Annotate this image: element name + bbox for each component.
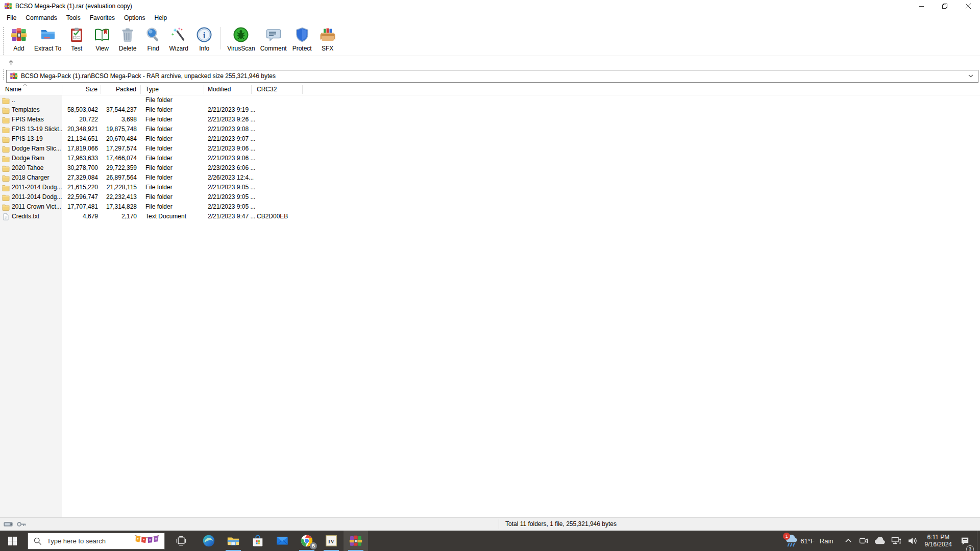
- toolbar-virusscan-button[interactable]: VirusScan: [225, 26, 257, 53]
- menu-commands[interactable]: Commands: [21, 13, 61, 23]
- toolbar-test-button[interactable]: Test: [64, 26, 89, 53]
- toolbar-delete-button[interactable]: Delete: [115, 26, 140, 53]
- taskbar-app-openiv[interactable]: IV: [319, 531, 344, 551]
- file-size-cell: 30,278,700: [62, 163, 101, 173]
- restore-button[interactable]: [933, 0, 957, 12]
- menu-tools[interactable]: Tools: [62, 13, 85, 23]
- ethernet-icon: [891, 537, 901, 545]
- toolbar-find-button[interactable]: Find: [140, 26, 166, 53]
- up-one-level-button[interactable]: [5, 57, 17, 67]
- weather-widget[interactable]: 1 61°F Rain: [781, 531, 840, 551]
- column-header-modified[interactable]: Modified: [204, 85, 252, 94]
- volume-button[interactable]: [904, 531, 921, 551]
- key-icon[interactable]: [16, 521, 27, 528]
- file-modified-cell: 2/21/2023 9:26 ...: [204, 115, 252, 124]
- file-row[interactable]: FPIS 13-19 Slickt...20,348,92119,875,748…: [0, 124, 980, 134]
- edge-icon: [202, 534, 215, 547]
- action-center-button[interactable]: 3: [956, 531, 977, 551]
- toolbar-protect-button[interactable]: Protect: [289, 26, 315, 53]
- festive-flags-icon[interactable]: [133, 534, 161, 547]
- toolbar-button-label: Delete: [119, 45, 137, 52]
- taskbar: Type here to search BIV 1 61°F Rain 6:11…: [0, 531, 980, 551]
- file-row[interactable]: Templates58,503,04237,544,237File folder…: [0, 105, 980, 115]
- address-path: BCSO Mega-Pack (1).rar\BCSO Mega-Pack - …: [21, 72, 966, 80]
- magic-wand-icon: [170, 27, 187, 43]
- file-list: NameSizePackedTypeModifiedCRC32 ..File f…: [0, 84, 980, 517]
- toolbar-view-button[interactable]: View: [89, 26, 115, 53]
- minimize-button[interactable]: [910, 0, 933, 12]
- file-packed-cell: 2,170: [101, 212, 141, 221]
- addressbar-gripper[interactable]: [3, 69, 4, 80]
- taskbar-app-mail[interactable]: [270, 531, 295, 551]
- text-file-icon: [2, 213, 10, 220]
- file-type-cell: File folder: [141, 115, 204, 124]
- toolbar-extract-to-button[interactable]: Extract To: [32, 26, 64, 53]
- menu-favorites[interactable]: Favorites: [85, 13, 119, 23]
- address-bar[interactable]: BCSO Mega-Pack (1).rar\BCSO Mega-Pack - …: [6, 70, 978, 83]
- file-modified-cell: 2/21/2023 9:08 ...: [204, 124, 252, 134]
- file-name: FPIS 13-19: [12, 134, 43, 144]
- toolbar-gripper[interactable]: [3, 27, 4, 55]
- toolbar-info-button[interactable]: iInfo: [191, 26, 217, 53]
- column-header-crc32[interactable]: CRC32: [252, 85, 303, 94]
- file-row[interactable]: 2011 Crown Vict...17,707,48117,314,828Fi…: [0, 202, 980, 212]
- network-button[interactable]: [888, 531, 904, 551]
- taskbar-app-chrome[interactable]: B: [295, 531, 319, 551]
- taskbar-app-winrar[interactable]: [344, 531, 368, 551]
- test-clipboard-icon: [68, 27, 85, 43]
- onedrive-button[interactable]: [871, 531, 888, 551]
- file-crc-cell: CB2D00EB: [252, 212, 303, 221]
- file-row[interactable]: FPIS 13-1921,134,65120,670,484File folde…: [0, 134, 980, 144]
- menu-options[interactable]: Options: [119, 13, 150, 23]
- toolbar-button-label: Info: [199, 45, 209, 52]
- notification-icon: [960, 536, 970, 546]
- file-row[interactable]: 2011-2014 Dodg...21,615,22021,228,115Fil…: [0, 183, 980, 192]
- taskbar-app-file-explorer[interactable]: [221, 531, 246, 551]
- file-packed-cell: 20,670,484: [101, 134, 141, 144]
- taskbar-app-ms-store[interactable]: [246, 531, 270, 551]
- winrar-icon: [349, 534, 362, 547]
- file-modified-cell: 2/21/2023 9:05 ...: [204, 192, 252, 202]
- file-row[interactable]: 2011-2014 Dodg...22,596,74722,232,413Fil…: [0, 192, 980, 202]
- folder-icon: [2, 165, 10, 172]
- column-header-packed[interactable]: Packed: [101, 85, 141, 94]
- file-row[interactable]: Dodge Ram17,963,63317,466,074File folder…: [0, 154, 980, 163]
- column-header-type[interactable]: Type: [141, 85, 204, 94]
- tray-overflow-button[interactable]: [841, 531, 856, 551]
- drive-icon[interactable]: [3, 521, 13, 528]
- file-row[interactable]: FPIS Metas20,7223,698File folder2/21/202…: [0, 115, 980, 124]
- close-button[interactable]: [957, 0, 980, 12]
- taskbar-app-edge[interactable]: [197, 531, 221, 551]
- file-row[interactable]: 2020 Tahoe30,278,70029,722,359File folde…: [0, 163, 980, 173]
- taskbar-search-input[interactable]: Type here to search: [28, 533, 165, 549]
- winrar-window: BCSO Mega-Pack (1).rar (evaluation copy)…: [0, 0, 980, 531]
- navigation-row: [0, 56, 980, 68]
- toolbar-sfx-button[interactable]: SFX: [315, 26, 340, 53]
- file-row[interactable]: 2018 Charger27,329,08426,897,564File fol…: [0, 173, 980, 183]
- onedrive-cloud-icon: [874, 537, 885, 544]
- meet-now-button[interactable]: [856, 531, 871, 551]
- taskbar-clock[interactable]: 6:11 PM 9/16/2024: [921, 534, 956, 548]
- column-header-size[interactable]: Size: [62, 85, 101, 94]
- file-row[interactable]: ..File folder: [0, 95, 980, 105]
- sfx-box-icon: [320, 27, 336, 43]
- folder-icon: [2, 116, 10, 123]
- address-dropdown-button[interactable]: [966, 74, 976, 78]
- toolbar-comment-button[interactable]: Comment: [258, 26, 289, 53]
- clock-date: 9/16/2024: [925, 541, 952, 548]
- file-name: 2011 Crown Vict...: [12, 202, 61, 212]
- file-size-cell: 17,707,481: [62, 202, 101, 212]
- show-desktop-button[interactable]: [977, 531, 980, 551]
- menu-file[interactable]: File: [2, 13, 21, 23]
- menu-help[interactable]: Help: [150, 13, 172, 23]
- column-header-name[interactable]: Name: [0, 85, 62, 94]
- file-row[interactable]: Credits.txt4,6792,170Text Document2/21/2…: [0, 212, 980, 221]
- toolbar-add-button[interactable]: Add: [6, 26, 32, 53]
- toolbar-wizard-button[interactable]: Wizard: [166, 26, 191, 53]
- folder-icon: [2, 204, 10, 211]
- file-row[interactable]: Dodge Ram Slic...17,819,06617,297,574Fil…: [0, 144, 980, 154]
- file-size-cell: 22,596,747: [62, 192, 101, 202]
- start-button[interactable]: [0, 531, 24, 551]
- task-view-button[interactable]: [170, 531, 192, 551]
- task-view-icon: [176, 536, 186, 546]
